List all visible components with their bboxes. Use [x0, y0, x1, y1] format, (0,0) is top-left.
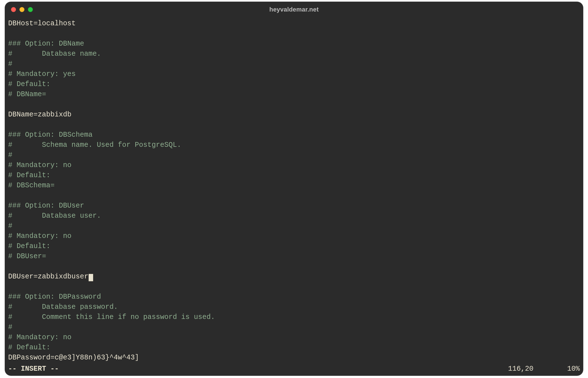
- editor-line: # Database user.: [8, 211, 580, 221]
- editor-line: # Comment this line if no password is us…: [8, 312, 580, 322]
- text-cursor: [89, 274, 93, 281]
- editor-line: ### Option: DBSchema: [8, 130, 580, 140]
- editor-line: ### Option: DBUser: [8, 201, 580, 211]
- window-title: heyvaldemar.net: [269, 6, 318, 13]
- editor-line: DBName=zabbixdb: [8, 110, 580, 120]
- editor-line: # Default:: [8, 79, 580, 89]
- editor-line: [8, 120, 580, 130]
- editor-line: # Default:: [8, 343, 580, 353]
- scroll-percent: 10%: [567, 364, 580, 374]
- editor-line: DBUser=zabbixdbuser: [8, 272, 580, 282]
- window-controls: [11, 7, 33, 12]
- editor-line: # DBUser=: [8, 251, 580, 262]
- editor-line: [8, 100, 580, 110]
- cursor-position: 116,20: [508, 364, 533, 374]
- editor-line: # DBName=: [8, 89, 580, 100]
- editor-line: [8, 29, 580, 39]
- editor-line: #: [8, 150, 580, 160]
- editor-line: # Database password.: [8, 302, 580, 312]
- editor-line: [8, 191, 580, 201]
- close-icon[interactable]: [11, 7, 16, 12]
- editor-line: #: [8, 59, 580, 69]
- editor-viewport[interactable]: DBHost=localhost### Option: DBName# Data…: [5, 17, 583, 364]
- editor-line: # Mandatory: no: [8, 231, 580, 241]
- titlebar: heyvaldemar.net: [5, 2, 583, 17]
- editor-line: # DBSchema=: [8, 181, 580, 191]
- editor-line: # Default:: [8, 241, 580, 251]
- editor-line: # Default:: [8, 170, 580, 181]
- editor-line: # Mandatory: no: [8, 160, 580, 170]
- vim-status-bar: -- INSERT -- 116,20 10%: [5, 364, 583, 376]
- editor-line: [8, 282, 580, 292]
- editor-line: #: [8, 221, 580, 231]
- editor-line: # Schema name. Used for PostgreSQL.: [8, 140, 580, 150]
- editor-line: # Database name.: [8, 49, 580, 59]
- editor-line: [8, 262, 580, 272]
- editor-line: # Mandatory: yes: [8, 69, 580, 79]
- editor-line: DBHost=localhost: [8, 19, 580, 29]
- editor-line: ### Option: DBName: [8, 39, 580, 49]
- editor-line: # Mandatory: no: [8, 332, 580, 343]
- editor-line: #: [8, 322, 580, 332]
- zoom-icon[interactable]: [28, 7, 33, 12]
- minimize-icon[interactable]: [19, 7, 24, 12]
- terminal-window: heyvaldemar.net DBHost=localhost### Opti…: [5, 2, 583, 376]
- editor-line: DBPassword=c@e3]Y88n)63}^4w^43]: [8, 353, 580, 363]
- vim-mode: -- INSERT --: [8, 364, 59, 374]
- editor-line: ### Option: DBPassword: [8, 292, 580, 302]
